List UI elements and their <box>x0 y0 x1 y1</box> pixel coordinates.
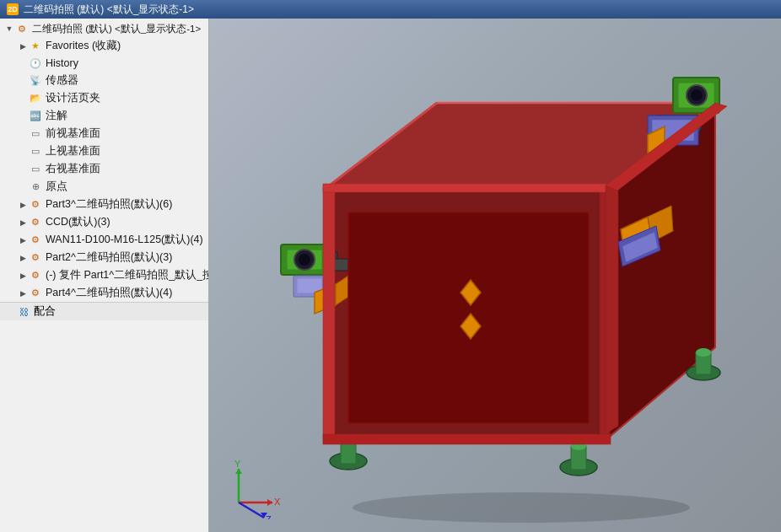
title-text: 二维码拍照 (默认) <默认_显示状态-1> <box>24 3 194 17</box>
annotation-icon: 🔤 <box>29 110 42 123</box>
svg-marker-48 <box>606 177 618 434</box>
svg-text:X: X <box>274 497 281 507</box>
tree-history[interactable]: 🕐 History <box>0 55 208 72</box>
part4-label: Part4^二维码拍照(默认)(4) <box>46 286 172 300</box>
expand-arrow-part1[interactable] <box>17 270 29 282</box>
svg-marker-58 <box>235 469 242 474</box>
svg-marker-57 <box>267 499 272 506</box>
expand-arrow-ccd[interactable] <box>17 217 29 228</box>
ccd-gear-icon: ⚙ <box>29 216 42 229</box>
tree-right-plane[interactable]: ▭ 右视基准面 <box>0 160 208 178</box>
history-label: History <box>46 57 78 69</box>
origin-label: 原点 <box>46 180 67 194</box>
wan11-gear-icon: ⚙ <box>29 234 42 247</box>
tree-root-item[interactable]: ⚙ 二维码拍照 (默认) <默认_显示状态-1> <box>0 20 208 37</box>
svg-point-0 <box>353 492 690 523</box>
design-binder-label: 设计活页夹 <box>46 91 100 105</box>
expand-arrow-root[interactable] <box>3 23 15 35</box>
expand-arrow-part3[interactable] <box>17 199 29 211</box>
part1-gear-icon: ⚙ <box>29 269 42 282</box>
triad-indicator: X Y Z <box>222 460 281 519</box>
sensors-label: 传感器 <box>46 73 78 88</box>
svg-rect-47 <box>323 184 611 192</box>
part1-label: (-) 复件 Part1^二维码拍照_默认_按 <box>46 268 209 282</box>
scene-background: X Y Z <box>209 19 781 532</box>
favorites-label: Favorites (收藏) <box>46 39 121 53</box>
expand-arrow-annotations <box>17 110 29 122</box>
tree-sensors[interactable]: 📡 传感器 <box>0 72 208 89</box>
gear-icon: ⚙ <box>15 22 29 35</box>
top-plane-label: 上视基准面 <box>46 144 100 159</box>
expand-leaf-top <box>17 146 29 158</box>
feature-tree: ⚙ 二维码拍照 (默认) <默认_显示状态-1> ★ Favorites (收藏… <box>0 19 209 532</box>
star-icon: ★ <box>29 40 42 53</box>
origin-icon: ⊕ <box>29 180 42 194</box>
expand-arrow-wan11[interactable] <box>17 234 29 246</box>
expand-arrow-favorites[interactable] <box>17 40 29 52</box>
part3-gear-icon: ⚙ <box>29 198 42 212</box>
expand-leaf-origin <box>17 181 29 193</box>
expand-arrow-history <box>17 57 29 69</box>
expand-leaf-front <box>17 128 29 140</box>
tree-design-binder[interactable]: 📂 设计活页夹 <box>0 89 208 107</box>
expand-leaf-right <box>17 164 29 175</box>
svg-rect-46 <box>323 434 611 444</box>
clock-icon: 🕐 <box>29 56 42 70</box>
ccd-label: CCD(默认)(3) <box>46 215 110 229</box>
expand-arrow-part4[interactable] <box>17 287 29 299</box>
tree-part1-minus[interactable]: ⚙ (-) 复件 Part1^二维码拍照_默认_按 <box>0 266 208 284</box>
plane-right-icon: ▭ <box>29 163 42 176</box>
expand-arrow-sensors <box>17 75 29 87</box>
plane-icon: ▭ <box>29 127 42 141</box>
front-plane-label: 前视基准面 <box>46 126 100 141</box>
tree-favorites[interactable]: ★ Favorites (收藏) <box>0 37 208 55</box>
app-icon: 2D <box>7 3 19 15</box>
tree-ccd[interactable]: ⚙ CCD(默认)(3) <box>0 213 208 231</box>
tree-front-plane[interactable]: ▭ 前视基准面 <box>0 125 208 142</box>
title-bar: 2D 二维码拍照 (默认) <默认_显示状态-1> <box>0 0 781 19</box>
main-container: ⚙ 二维码拍照 (默认) <默认_显示状态-1> ★ Favorites (收藏… <box>0 19 781 532</box>
part2-label: Part2^二维码拍照(默认)(3) <box>46 250 172 265</box>
svg-text:Z: Z <box>266 514 272 519</box>
assembly-label: 配合 <box>34 304 56 319</box>
wan11-label: WAN11-D100-M16-L125(默认)(4) <box>46 233 203 247</box>
right-plane-label: 右视基准面 <box>46 162 100 176</box>
part3-label: Part3^二维码拍照(默认)(6) <box>46 197 172 212</box>
svg-point-28 <box>299 254 310 266</box>
svg-rect-44 <box>323 185 335 443</box>
part2-gear-icon: ⚙ <box>29 251 42 265</box>
viewport[interactable]: X Y Z <box>209 19 781 532</box>
tree-part3[interactable]: ⚙ Part3^二维码拍照(默认)(6) <box>0 196 208 213</box>
assembly-icon: ⛓ <box>17 305 30 319</box>
tree-top-plane[interactable]: ▭ 上视基准面 <box>0 142 208 160</box>
tree-annotations[interactable]: 🔤 注解 <box>0 107 208 125</box>
svg-line-56 <box>239 502 264 518</box>
expand-arrow-part2[interactable] <box>17 252 29 264</box>
tree-part4[interactable]: ⚙ Part4^二维码拍照(默认)(4) <box>0 284 208 302</box>
plane-top-icon: ▭ <box>29 145 42 159</box>
binder-icon: 📂 <box>29 92 42 105</box>
tree-wan11[interactable]: ⚙ WAN11-D100-M16-L125(默认)(4) <box>0 231 208 249</box>
svg-text:Y: Y <box>234 460 241 469</box>
root-label: 二维码拍照 (默认) <默认_显示状态-1> <box>32 23 201 35</box>
part4-gear-icon: ⚙ <box>29 287 42 300</box>
svg-point-37 <box>691 89 703 101</box>
sensor-icon: 📡 <box>29 74 42 88</box>
svg-point-21 <box>696 348 711 357</box>
tree-part2[interactable]: ⚙ Part2^二维码拍照(默认)(3) <box>0 249 208 266</box>
expand-arrow-binder <box>17 93 29 105</box>
annotations-label: 注解 <box>46 109 67 123</box>
tree-origin[interactable]: ⊕ 原点 <box>0 178 208 196</box>
machine-svg <box>226 35 781 532</box>
tree-assembly[interactable]: ⛓ 配合 <box>0 302 208 320</box>
